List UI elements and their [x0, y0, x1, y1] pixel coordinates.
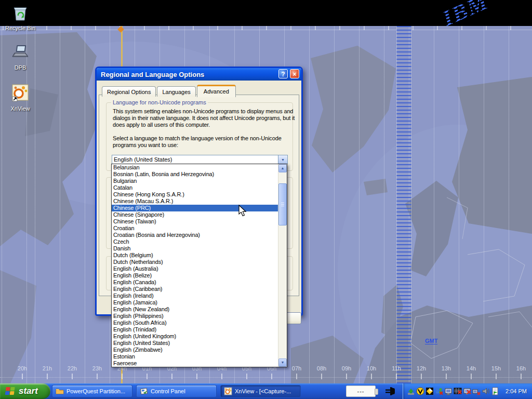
language-option[interactable]: Chinese (Macau S.A.R.) [112, 198, 278, 205]
language-option[interactable]: Catalan [112, 184, 278, 191]
laptop-icon [11, 43, 30, 61]
language-option[interactable]: English (United Kingdom) [112, 333, 278, 340]
timezone-tick [196, 374, 197, 379]
taskbar-button-label: Control Panel [151, 388, 185, 394]
display-error-icon[interactable] [463, 387, 471, 395]
language-option[interactable]: Croatian [112, 225, 278, 232]
language-option[interactable]: Belarusian [112, 164, 278, 171]
timezone-ruler-top [0, 26, 532, 30]
timezone-label: 07h [292, 365, 301, 371]
folder-icon [56, 387, 64, 395]
language-option[interactable]: Chinese (Hong Kong S.A.R.) [112, 191, 278, 198]
language-option[interactable]: English (Australia) [112, 265, 278, 272]
users-status-icon[interactable] [435, 387, 443, 395]
timezone-cell: 09h [334, 365, 359, 379]
help-button[interactable]: ? [278, 69, 288, 78]
language-option[interactable]: English (Canada) [112, 279, 278, 286]
timezone-tick [47, 374, 48, 379]
desktop-icon-recycle-bin[interactable]: Recycle Bin [0, 3, 41, 31]
timezone-cell: 01h [135, 365, 159, 379]
taskbar-button-label: PowerQuest Partition... [66, 388, 125, 394]
network-computer-icon[interactable] [444, 387, 453, 395]
vnc-icon[interactable] [416, 387, 424, 395]
timezone-cell: 02h [159, 365, 184, 379]
timezone-tick [271, 374, 272, 379]
language-option[interactable]: English (United States) [112, 340, 278, 347]
tab-languages[interactable]: Languages [157, 86, 195, 97]
language-option[interactable]: Czech [112, 238, 278, 245]
dropdown-scrollbar[interactable]: ▲ ▼ [278, 164, 287, 367]
tab-advanced[interactable]: Advanced [197, 85, 236, 97]
desktop-icon-xnview[interactable]: XnView [0, 84, 41, 112]
timezone-cell: 14h [459, 365, 484, 379]
timezone-label: 21h [43, 365, 52, 371]
taskbar-button-control-panel[interactable]: Control Panel [136, 385, 217, 397]
defrag-icon[interactable] [425, 387, 434, 395]
language-option[interactable]: English (Caribbean) [112, 286, 278, 292]
language-option[interactable]: Chinese (Taiwan) [112, 218, 278, 225]
timezone-tick [72, 374, 73, 379]
language-option[interactable]: Bosnian (Latin, Bosnia and Herzegovina) [112, 171, 278, 178]
dialog-titlebar[interactable]: Regional and Language Options ? × [97, 68, 301, 81]
language-for-non-unicode-group: Language for non-Unicode programs This s… [106, 102, 293, 171]
connection-error-icon[interactable] [472, 387, 481, 395]
taskbar-button-xnview[interactable]: XnView - [<Capture-... [220, 385, 301, 397]
language-option[interactable]: Chinese (Singapore) [112, 211, 278, 218]
language-option[interactable]: Danish [112, 245, 278, 252]
language-combobox[interactable]: English (United States) ▼ [112, 155, 288, 164]
language-option[interactable]: English (Ireland) [112, 292, 278, 299]
timezone-tick [122, 374, 123, 379]
select-instruction: Select a language to match the language … [113, 135, 296, 149]
timezone-label: 09h [342, 365, 351, 371]
timezone-tick [421, 374, 422, 379]
language-option[interactable]: English (Zimbabwe) [112, 347, 278, 353]
language-option[interactable]: Chinese (PRC) [112, 205, 278, 211]
start-button[interactable]: start [0, 383, 50, 399]
scrollbar-thumb[interactable] [278, 183, 287, 225]
taskbar-button-powerquest[interactable]: PowerQuest Partition... [52, 385, 132, 397]
combobox-dropdown-button[interactable]: ▼ [278, 155, 287, 164]
mouse-cursor [238, 205, 248, 217]
scroll-up-button[interactable]: ▲ [278, 164, 287, 172]
language-option[interactable]: English (Belize) [112, 272, 278, 279]
task-flag-icon[interactable] [491, 387, 499, 395]
timezone-label: 15h [491, 365, 501, 371]
drive-error-icon[interactable] [454, 387, 462, 395]
taskbar-clock[interactable]: 2:04 PM [506, 388, 527, 394]
battery-indicator[interactable]: --- [346, 385, 376, 397]
chevron-down-icon: ▼ [281, 158, 285, 162]
language-option[interactable]: Estonian [112, 353, 278, 360]
language-option[interactable]: English (South Africa) [112, 320, 278, 326]
close-button[interactable]: × [290, 69, 299, 78]
battery-indicator-text: --- [357, 388, 365, 394]
timezone-tick [396, 374, 397, 379]
timezone-tick [22, 374, 23, 379]
language-option[interactable]: Croatian (Bosnia and Herzegovina) [112, 232, 278, 238]
scroll-down-button[interactable]: ▼ [278, 358, 287, 367]
language-option[interactable]: English (Jamaica) [112, 299, 278, 306]
timezone-tick [171, 374, 172, 379]
volume-icon[interactable] [482, 387, 490, 395]
language-option[interactable]: English (Philippines) [112, 313, 278, 320]
timezone-label: 16h [516, 365, 526, 371]
timezone-tick [97, 374, 98, 379]
removable-media-icon[interactable] [407, 387, 415, 395]
timezone-cell: 12h [409, 365, 434, 379]
timezone-label: 12h [417, 365, 426, 371]
timezone-tick [147, 374, 148, 379]
desktop-icon-dpb[interactable]: DPB [0, 43, 41, 71]
language-option[interactable]: Dutch (Netherlands) [112, 259, 278, 265]
system-tray: 2:04 PM [403, 383, 532, 399]
language-option[interactable]: Faeroese [112, 360, 278, 367]
language-option[interactable]: English (Trinidad) [112, 326, 278, 333]
language-option[interactable]: Dutch (Belgium) [112, 252, 278, 259]
tab-strip: Regional Options Languages Advanced [102, 84, 237, 97]
timezone-tick [321, 374, 322, 379]
xnview-icon [224, 387, 232, 395]
timezone-cell: 13h [434, 365, 459, 379]
language-option[interactable]: Bulgarian [112, 178, 278, 184]
language-option[interactable]: English (New Zealand) [112, 306, 278, 313]
timezone-cell: 21h [35, 365, 60, 379]
timezone-scale: 20h 21h 22h 23h [10, 365, 532, 379]
tab-regional-options[interactable]: Regional Options [102, 86, 156, 97]
